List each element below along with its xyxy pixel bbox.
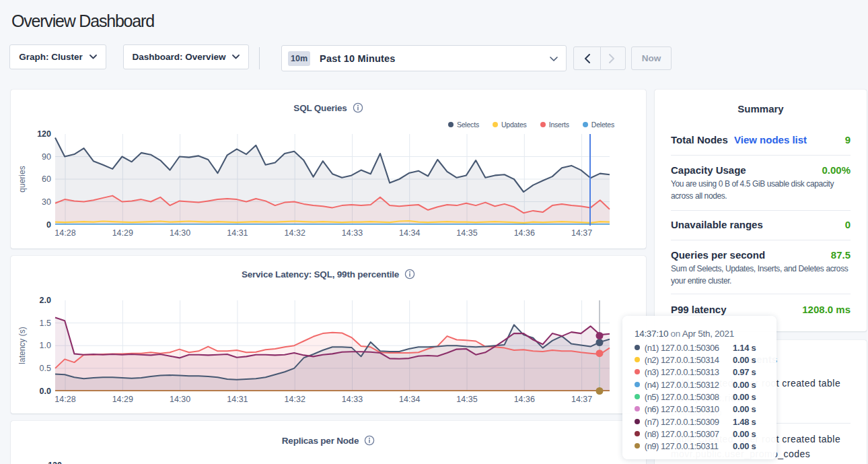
svg-text:14:33: 14:33: [342, 228, 363, 238]
svg-text:14:35: 14:35: [456, 395, 477, 404]
svg-text:14:31: 14:31: [227, 228, 248, 238]
svg-text:14:32: 14:32: [285, 395, 305, 404]
svg-text:14:30: 14:30: [170, 228, 190, 238]
svg-text:14:35: 14:35: [456, 228, 477, 238]
svg-text:0.5: 0.5: [40, 364, 51, 373]
svg-text:1.0: 1.0: [40, 341, 51, 350]
svg-text:0.0: 0.0: [40, 387, 51, 396]
svg-text:14:31: 14:31: [227, 395, 248, 404]
svg-text:60: 60: [42, 174, 51, 184]
svg-text:14:34: 14:34: [399, 395, 420, 404]
svg-text:14:30: 14:30: [170, 395, 190, 404]
svg-text:2.0: 2.0: [40, 296, 51, 305]
svg-text:queries: queries: [17, 166, 27, 192]
svg-text:14:32: 14:32: [285, 228, 305, 238]
svg-text:14:36: 14:36: [514, 395, 535, 404]
svg-text:14:37: 14:37: [571, 395, 592, 404]
svg-text:1.5: 1.5: [40, 319, 51, 328]
svg-text:14:33: 14:33: [342, 395, 363, 404]
svg-text:14:36: 14:36: [514, 228, 535, 238]
svg-text:14:28: 14:28: [55, 228, 75, 238]
svg-text:0: 0: [46, 220, 51, 230]
svg-text:14:29: 14:29: [112, 395, 133, 404]
svg-text:14:29: 14:29: [112, 228, 133, 238]
svg-text:30: 30: [42, 197, 51, 207]
svg-text:14:34: 14:34: [399, 228, 420, 238]
svg-text:14:37: 14:37: [571, 228, 592, 238]
svg-text:14:28: 14:28: [55, 395, 75, 404]
svg-text:120: 120: [37, 129, 51, 139]
svg-text:latency (s): latency (s): [17, 327, 27, 364]
svg-text:90: 90: [42, 152, 51, 162]
